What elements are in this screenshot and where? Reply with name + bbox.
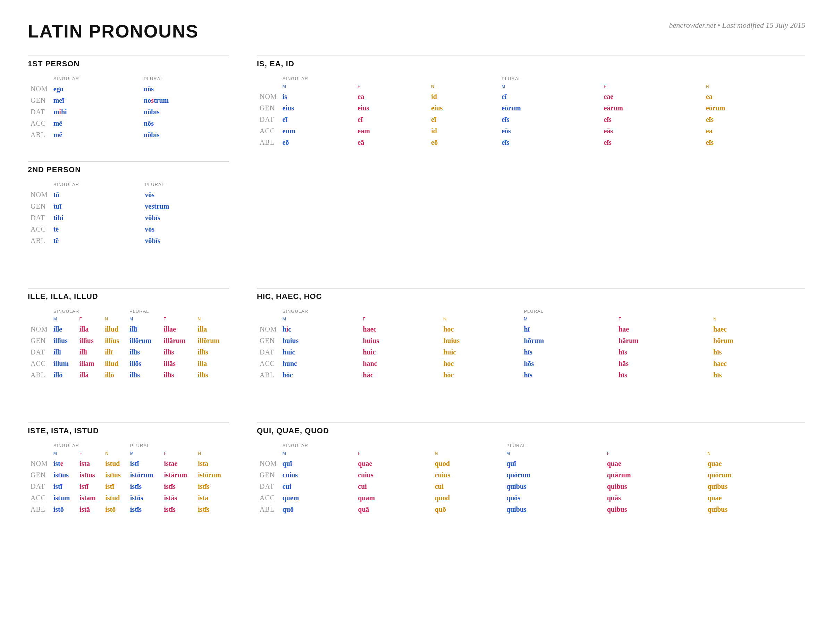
title-block: LATIN PRONOUNS — [28, 21, 199, 42]
is-ea-id-title: IS, EA, ID — [257, 60, 805, 68]
iste-title: ISTE, ISTA, ISTUD — [28, 426, 229, 435]
first-pl-header: PLURAL — [141, 75, 229, 83]
ille-sg-m: M — [51, 316, 77, 324]
is-ea-id-table: SINGULAR PLURAL M F N M F N — [257, 75, 805, 148]
hic-pl-m: M — [521, 316, 616, 324]
section-qui-wrapper: QUI, QUAE, QUOD SINGULAR PLURAL M F N — [257, 422, 805, 536]
ille-pl-n: N — [195, 316, 229, 324]
section-ille-wrapper: ILLE, ILLA, ILLUD SINGULAR PLURAL M F N — [28, 288, 229, 402]
qui-pl-m: M — [503, 450, 604, 458]
page-subtitle: bencrowder.net • Last modified 15 July 2… — [669, 21, 805, 29]
second-person-title: 2ND PERSON — [28, 165, 229, 174]
hic-sg-m: M — [280, 316, 360, 324]
page-header: LATIN PRONOUNS bencrowder.net • Last mod… — [28, 21, 805, 42]
ille-sg-f: F — [77, 316, 102, 324]
is-pl-header: PLURAL — [499, 75, 805, 83]
first-person-title: 1ST PERSON — [28, 60, 229, 68]
section-second-person: 2ND PERSON SINGULAR PLURAL NOM tū — [28, 165, 229, 246]
ille-pl-f: F — [161, 316, 195, 324]
hic-sg-n: N — [441, 316, 521, 324]
first-sg-header: SINGULAR — [51, 75, 141, 83]
table-row: GEN istīus istīus istīus istōrum istārum… — [28, 469, 229, 481]
page-container: LATIN PRONOUNS bencrowder.net • Last mod… — [28, 21, 805, 536]
hic-sg-header: SINGULAR — [280, 308, 521, 316]
table-row: NOM iste ista istud istī istae ista — [28, 458, 229, 469]
table-row: GEN cuius cuius cuius quōrum quārum quōr… — [257, 469, 805, 481]
section-divider-ille — [28, 288, 229, 288]
table-row: ACC eum eam id eōs eās ea — [257, 126, 805, 137]
section-iste: ISTE, ISTA, ISTUD SINGULAR PLURAL M F N — [28, 426, 229, 515]
iste-pl-header: PLURAL — [127, 442, 229, 450]
table-row: ABL mē nōbīs — [28, 129, 229, 141]
qui-pl-f: F — [604, 450, 705, 458]
table-row: ACC hunc hanc hoc hōs hās haec — [257, 358, 805, 369]
table-row: ABL istō istā istō istīs istīs istīs — [28, 504, 229, 515]
iste-sg-f: F — [77, 450, 102, 458]
is-pl-n-label: N — [703, 83, 805, 91]
table-row: NOM ille illa illud illī illae illa — [28, 324, 229, 335]
section-is-ea-id: IS, EA, ID SINGULAR PLURAL M F N — [257, 60, 805, 148]
hic-pl-n: N — [711, 316, 805, 324]
section-divider-1st — [28, 56, 229, 56]
first-person-table: SINGULAR PLURAL NOM ego nōs GEN meī — [28, 75, 229, 141]
table-row: ABL illō illā illō illīs illīs illīs — [28, 369, 229, 381]
table-row: DAT mihi nōbīs — [28, 106, 229, 118]
iste-pl-n: N — [195, 450, 229, 458]
table-row: GEN meī nostrum — [28, 95, 229, 106]
is-pl-f-label: F — [601, 83, 703, 91]
section-divider-qui — [257, 422, 805, 423]
section-hic: HIC, HAEC, HOC SINGULAR PLURAL M F N — [257, 292, 805, 381]
table-row: ABL eō eā eō eīs eīs eīs — [257, 137, 805, 148]
subtitle-block: bencrowder.net • Last modified 15 July 2… — [669, 21, 805, 30]
ille-pl-m: M — [127, 316, 161, 324]
hic-title: HIC, HAEC, HOC — [257, 292, 805, 301]
table-row: NOM tū vōs — [28, 189, 229, 201]
section-divider-iste — [28, 422, 229, 423]
table-row: GEN illīus illīus illīus illōrum illārum… — [28, 335, 229, 346]
iste-sg-header: SINGULAR — [51, 442, 127, 450]
table-row: DAT tibi vōbīs — [28, 212, 229, 224]
section-qui: QUI, QUAE, QUOD SINGULAR PLURAL M F N — [257, 426, 805, 515]
table-row: ACC tē vōs — [28, 224, 229, 235]
section-divider-2nd — [28, 161, 229, 162]
section-ille: ILLE, ILLA, ILLUD SINGULAR PLURAL M F N — [28, 292, 229, 381]
iste-table: SINGULAR PLURAL M F N M F N — [28, 442, 229, 515]
table-row: ACC istum istam istud istōs istās ista — [28, 492, 229, 504]
iste-pl-m: M — [127, 450, 161, 458]
section-hic-wrapper: HIC, HAEC, HOC SINGULAR PLURAL M F N — [257, 288, 805, 402]
hic-sg-f: F — [360, 316, 441, 324]
section-first-person: 1ST PERSON SINGULAR PLURAL NOM ego — [28, 60, 229, 141]
table-row: DAT istī istī istī istīs istīs istīs — [28, 481, 229, 492]
qui-pl-n: N — [704, 450, 805, 458]
page-title: LATIN PRONOUNS — [28, 21, 199, 42]
ille-sg-n: N — [102, 316, 127, 324]
table-row: GEN tuī vestrum — [28, 201, 229, 212]
ille-table: SINGULAR PLURAL M F N M F N — [28, 308, 229, 381]
table-row: ABL quō quā quō quibus quibus quibus — [257, 504, 805, 515]
qui-table: SINGULAR PLURAL M F N M F N — [257, 442, 805, 515]
iste-pl-f: F — [161, 450, 195, 458]
table-row: DAT eī eī eī eīs eīs eīs — [257, 114, 805, 126]
table-row: GEN huius huius huius hōrum hārum hōrum — [257, 335, 805, 346]
second-pl-header: PLURAL — [142, 181, 229, 189]
table-row: ABL hōc hāc hōc hīs hīs hīs — [257, 369, 805, 381]
hic-table: SINGULAR PLURAL M F N M F N — [257, 308, 805, 381]
table-row: ACC quem quam quod quōs quās quae — [257, 492, 805, 504]
table-row: GEN eius eius eius eōrum eārum eōrum — [257, 102, 805, 114]
is-sg-header: SINGULAR — [280, 75, 499, 83]
table-row: DAT huic huic huic hīs hīs hīs — [257, 346, 805, 358]
qui-sg-m: M — [280, 450, 355, 458]
is-sg-n-label: N — [428, 83, 499, 91]
qui-sg-n: N — [432, 450, 503, 458]
table-row: NOM hic haec hoc hī hae haec — [257, 324, 805, 335]
table-row: ACC mē nōs — [28, 118, 229, 129]
qui-sg-f: F — [355, 450, 432, 458]
second-person-table: SINGULAR PLURAL NOM tū vōs GEN tuī — [28, 181, 229, 246]
section-is-ea-id-wrapper: IS, EA, ID SINGULAR PLURAL M F N — [257, 56, 805, 267]
hic-pl-header: PLURAL — [521, 308, 805, 316]
section-divider-is — [257, 56, 805, 56]
section-divider-hic — [257, 288, 805, 288]
iste-sg-n: N — [102, 450, 127, 458]
hic-pl-f: F — [616, 316, 711, 324]
ille-pl-header: PLURAL — [127, 308, 229, 316]
